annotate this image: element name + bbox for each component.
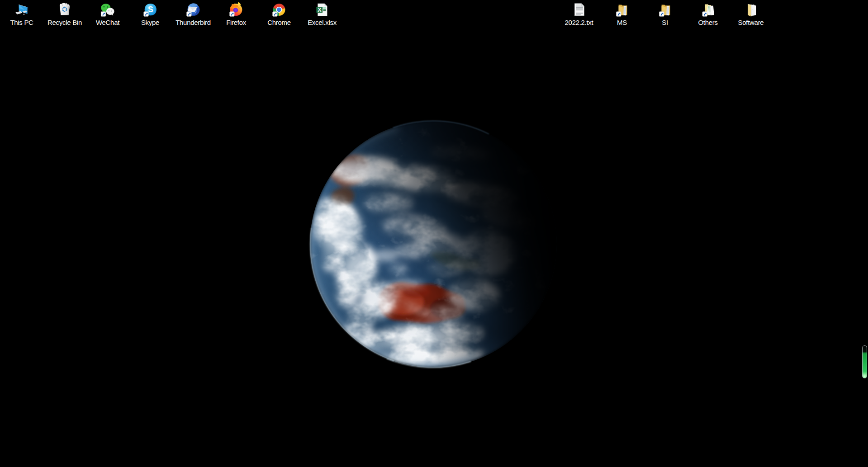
svg-text:X: X bbox=[318, 7, 322, 13]
svg-text:S: S bbox=[148, 5, 153, 14]
